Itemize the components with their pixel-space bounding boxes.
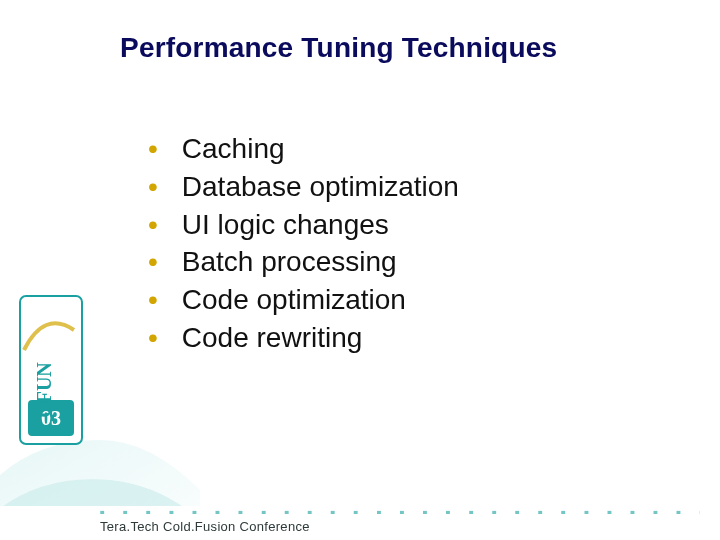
bullet-icon: • (148, 243, 158, 281)
footer-brand-a: Tera.Tech (100, 519, 159, 534)
slide: Performance Tuning Techniques • Caching … (0, 0, 720, 540)
list-item: • Code rewriting (148, 319, 680, 357)
bullet-list: • Caching • Database optimization • UI l… (148, 130, 680, 357)
list-item-label: UI logic changes (182, 206, 389, 244)
list-item-label: Batch processing (182, 243, 397, 281)
list-item: • Database optimization (148, 168, 680, 206)
list-item-label: Code optimization (182, 281, 406, 319)
slide-title: Performance Tuning Techniques (120, 32, 690, 64)
list-item: • Code optimization (148, 281, 680, 319)
slide-footer: ■ ■ ■ ■ ■ ■ ■ ■ ■ ■ ■ ■ ■ ■ ■ ■ ■ ■ ■ ■ … (0, 506, 720, 540)
bullet-icon: • (148, 319, 158, 357)
list-item: • Caching (148, 130, 680, 168)
bullet-icon: • (148, 206, 158, 244)
list-item: • Batch processing (148, 243, 680, 281)
list-item-label: Database optimization (182, 168, 459, 206)
footer-brand-b: Cold.Fusion Conference (159, 519, 310, 534)
list-item-label: Code rewriting (182, 319, 363, 357)
bullet-icon: • (148, 281, 158, 319)
bullet-icon: • (148, 168, 158, 206)
cfun-badge: 03 CFUN (14, 290, 88, 450)
footer-dots: ■ ■ ■ ■ ■ ■ ■ ■ ■ ■ ■ ■ ■ ■ ■ ■ ■ ■ ■ ■ … (100, 508, 700, 514)
slide-content: • Caching • Database optimization • UI l… (148, 130, 680, 357)
list-item-label: Caching (182, 130, 285, 168)
svg-text:CFUN: CFUN (33, 362, 55, 418)
footer-label: Tera.Tech Cold.Fusion Conference (100, 519, 310, 534)
bullet-icon: • (148, 130, 158, 168)
list-item: • UI logic changes (148, 206, 680, 244)
